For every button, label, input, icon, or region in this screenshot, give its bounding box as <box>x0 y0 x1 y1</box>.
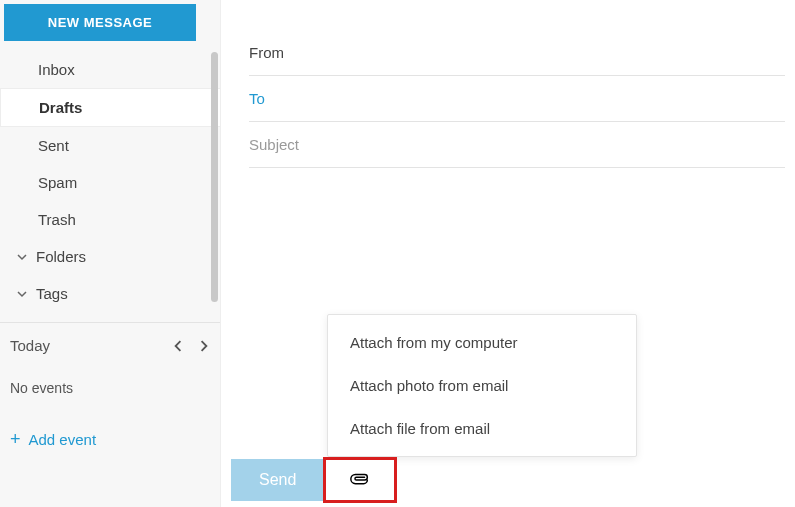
attach-menu: Attach from my computer Attach photo fro… <box>327 314 637 457</box>
add-event-button[interactable]: + Add event <box>10 430 210 448</box>
from-label: From <box>249 44 284 61</box>
agenda-prev-button[interactable] <box>172 340 184 352</box>
compose-toolbar: Send <box>231 457 795 503</box>
attach-from-computer[interactable]: Attach from my computer <box>328 321 636 364</box>
agenda-empty-text: No events <box>10 380 210 396</box>
agenda-next-button[interactable] <box>198 340 210 352</box>
chevron-down-icon <box>14 252 30 262</box>
send-button[interactable]: Send <box>231 459 324 501</box>
folder-list: Inbox Drafts Sent Spam Trash Folders Tag… <box>0 45 220 312</box>
attach-photo-from-email[interactable]: Attach photo from email <box>328 364 636 407</box>
sidebar-section-tags[interactable]: Tags <box>0 275 220 312</box>
sidebar-item-sent[interactable]: Sent <box>0 127 220 164</box>
sidebar-section-folders[interactable]: Folders <box>0 238 220 275</box>
sidebar-section-label: Folders <box>36 248 86 265</box>
attach-file-from-email[interactable]: Attach file from email <box>328 407 636 450</box>
subject-input[interactable] <box>249 136 785 153</box>
new-message-button[interactable]: NEW MESSAGE <box>4 4 196 41</box>
add-event-label: Add event <box>29 431 97 448</box>
subject-field[interactable] <box>249 122 785 168</box>
from-field[interactable]: From <box>249 30 785 76</box>
sidebar: NEW MESSAGE Inbox Drafts Sent Spam Trash… <box>0 0 220 507</box>
agenda-panel: Today No events + Add event <box>0 322 220 462</box>
attach-button[interactable] <box>323 457 397 503</box>
sidebar-item-spam[interactable]: Spam <box>0 164 220 201</box>
sidebar-section-label: Tags <box>36 285 68 302</box>
plus-icon: + <box>10 430 21 448</box>
compose-panel: From To Attach from my computer Attach p… <box>220 0 795 507</box>
sidebar-item-trash[interactable]: Trash <box>0 201 220 238</box>
to-field[interactable]: To <box>249 76 785 122</box>
chevron-down-icon <box>14 289 30 299</box>
sidebar-item-inbox[interactable]: Inbox <box>0 51 220 88</box>
agenda-title: Today <box>10 337 50 354</box>
to-label: To <box>249 90 265 107</box>
scrollbar-thumb[interactable] <box>211 52 218 302</box>
sidebar-item-drafts[interactable]: Drafts <box>0 88 221 127</box>
paperclip-icon <box>349 472 371 488</box>
